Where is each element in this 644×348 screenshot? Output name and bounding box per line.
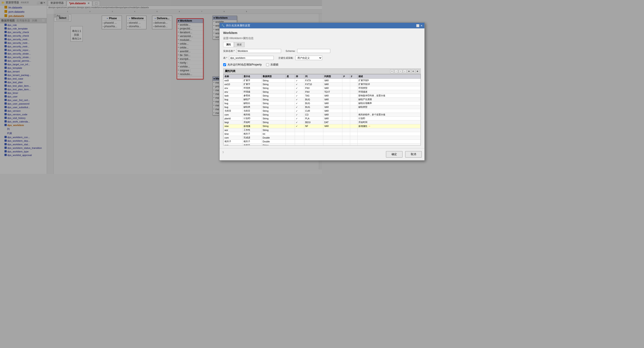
table-cell: curr [224,143,242,146]
table-cell: String [262,82,286,86]
table-cell [286,98,295,101]
table-cell [286,120,295,124]
pk-strategy-row: 主键生成策略: 用户自定义 [278,56,322,60]
table-cell: 缺陷类 [242,105,262,109]
table-row[interactable]: planId计划IDString✓PLAVAR计划ID [224,117,322,120]
table-row-form: 表:* [223,56,274,60]
table-cell: String [262,120,286,124]
table-cell [286,105,295,109]
table-cell: String [262,79,286,82]
table-cell: 相关组 [242,113,262,117]
table-row[interactable]: new新增属String✓NFVAR新增属性← [224,124,322,128]
table-cell: String [262,113,286,117]
optimistic-lock-label: 乐观锁 [270,63,278,67]
table-row[interactable]: com相关组String✓COVAR相关的组件，多个设置分值 [224,113,322,117]
col-col: 列 [304,74,322,79]
table-cell [286,109,295,113]
prop-list-header: 属性列表 + - ↑ ↓ ⊞ ⊟ ⊠ [223,68,322,74]
table-cell: NF [304,124,322,128]
allow-dynamic-label: 允许运行时动态增加Property [228,63,262,67]
table-row[interactable]: curr当前目String [224,143,322,146]
table-cell: Double [262,140,286,143]
table-cell: ✓ [295,98,304,101]
table-cell: com [224,113,242,117]
table-cell: String [262,109,286,113]
table-row[interactable]: 相关子相关子Double [224,140,322,143]
table-cell: 参照依 [242,94,262,98]
table-cell: String [262,105,286,109]
table-cell: ✓ [295,120,304,124]
allow-dynamic-row: 允许运行时动态增加Property [223,63,262,67]
table-cell: ✓ [295,101,304,105]
prop-table-container[interactable]: 名称 显示名 数据类型 是 持 列 列类型 P F 描述 [223,74,322,145]
table-cell: BUG [304,98,322,101]
table-cell: ✓ [295,86,304,90]
table-cell: com [224,136,242,140]
table-cell: 相关子 [242,140,262,143]
col-is: 是 [286,74,295,79]
table-cell: 工作性 [242,128,262,132]
table-cell [286,132,295,136]
entity-name-input[interactable] [236,49,281,53]
table-cell: 相关子 [224,140,242,143]
table-cell: BEGI [304,120,322,124]
table-cell [295,143,304,146]
table-cell: time [224,132,242,136]
table-row[interactable]: ext10扩展字String✓FXT10VAR扩展字段10 [224,82,322,86]
pk-strategy-select[interactable]: 用户自定义 [296,56,322,60]
tab-properties[interactable]: 属性 [223,42,234,47]
table-row[interactable]: begi开始时String✓BEGIDAT开始时间 [224,120,322,124]
help-icon[interactable]: ? [222,151,224,158]
table-cell: 环境描 [242,90,262,94]
table-cell [295,132,304,136]
table-row[interactable]: com完成进Double [224,136,322,140]
table-cell [304,136,322,140]
table-cell: ✓ [295,90,304,94]
col-datatype: 数据类型 [262,74,286,79]
table-row[interactable]: wor工作性String [224,128,322,132]
table-row[interactable]: env环境类String✓FNVVAR环境类型 [224,86,322,90]
table-cell: 开始时 [242,120,262,124]
property-dialog: 🔧 持久化实体属性设置 ⬜ ✕ Workitem 设置<Workitem>属性信… [219,22,322,161]
prop-list-title: 属性列表 [225,69,236,73]
tab-description[interactable]: 描述 [234,42,245,47]
pk-strategy-label: 主键生成策略: [278,56,294,60]
table-cell: String [262,117,286,120]
table-cell: String [262,124,286,128]
table-cell [286,90,295,94]
table-cell: env [224,86,242,90]
table-row[interactable]: 当前目当前目String✓CURVAR [224,109,322,113]
table-cell: String [262,128,286,132]
table-cell [286,124,295,128]
table-cell [286,140,295,143]
table-row[interactable]: bug缺陷产String✓BUGVAR缺陷产生原因 [224,98,322,101]
table-cell: 相关子 [242,132,262,136]
table-cell: ✓ [295,117,304,120]
col-display: 显示名 [242,74,262,79]
table-cell [304,140,322,143]
table-cell [286,86,295,90]
allow-dynamic-checkbox[interactable] [223,63,226,66]
table-cell [295,136,304,140]
table-cell: Int [262,132,286,136]
table-row[interactable]: task参照依String✓TASVAR影响版本ID列表，设置分值 [224,94,322,98]
table-cell [286,101,295,105]
table-cell: ✓ [295,109,304,113]
table-cell: task [224,94,242,98]
table-cell [304,128,322,132]
table-cell: wor [224,128,242,132]
table-row[interactable]: bug缺陷类String✓BUGVAR缺陷类型 [224,105,322,109]
table-row[interactable]: bug缺陷出String✓BUGVAR缺陷出现概率 [224,101,322,105]
optimistic-lock-checkbox[interactable] [266,63,269,66]
schema-input[interactable] [297,49,322,53]
table-input[interactable] [229,56,274,60]
table-cell: String [262,86,286,90]
table-row[interactable]: ext9扩展字String✓FXT9VAR扩展字段9 [224,79,322,82]
table-cell [295,128,304,132]
table-cell: PLA [304,117,322,120]
table-label: 表:* [223,56,227,60]
table-row[interactable]: time相关子Int [224,132,322,136]
table-cell: FNV [304,90,322,94]
table-row[interactable]: env环境描String✓FNVTEXT环境描述 [224,90,322,94]
table-cell: 完成进 [242,136,262,140]
